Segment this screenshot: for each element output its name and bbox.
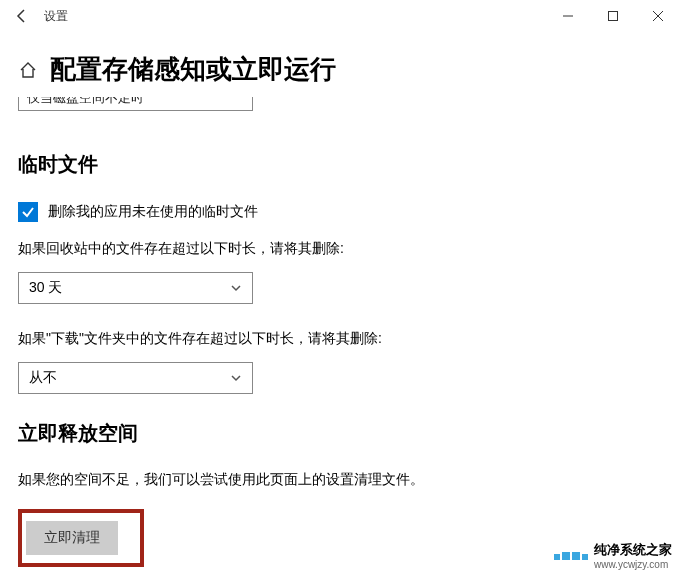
- delete-temp-label: 删除我的应用未在使用的临时文件: [48, 203, 258, 221]
- storage-sense-frequency-select[interactable]: 仅当磁盘空间不足时: [18, 97, 253, 111]
- chevron-down-icon: [230, 372, 242, 384]
- clean-now-highlight: 立即清理: [18, 509, 144, 567]
- watermark-sub: www.ycwjzy.com: [594, 559, 672, 570]
- storage-sense-frequency-value: 仅当磁盘空间不足时: [27, 97, 144, 107]
- check-icon: [21, 205, 35, 219]
- free-up-desc: 如果您的空间不足，我们可以尝试使用此页面上的设置清理文件。: [18, 471, 662, 489]
- close-button[interactable]: [635, 1, 680, 31]
- delete-temp-checkbox[interactable]: [18, 202, 38, 222]
- maximize-icon: [608, 11, 618, 21]
- recycle-bin-desc: 如果回收站中的文件存在超过以下时长，请将其删除:: [18, 240, 662, 258]
- minimize-icon: [563, 11, 573, 21]
- back-arrow-icon: [14, 8, 30, 24]
- delete-temp-checkbox-row: 删除我的应用未在使用的临时文件: [18, 202, 662, 222]
- page-title: 配置存储感知或立即运行: [50, 52, 336, 87]
- title-bar: 设置: [0, 0, 680, 32]
- recycle-bin-select[interactable]: 30 天: [18, 272, 253, 304]
- watermark-text: 纯净系统之家 www.ycwjzy.com: [594, 541, 672, 570]
- clean-now-button[interactable]: 立即清理: [26, 521, 118, 555]
- downloads-value: 从不: [29, 369, 57, 387]
- home-icon: [19, 61, 37, 79]
- watermark-main: 纯净系统之家: [594, 541, 672, 559]
- minimize-button[interactable]: [545, 1, 590, 31]
- downloads-desc: 如果"下载"文件夹中的文件存在超过以下时长，请将其删除:: [18, 330, 662, 348]
- maximize-button[interactable]: [590, 1, 635, 31]
- downloads-select[interactable]: 从不: [18, 362, 253, 394]
- content-area: 仅当磁盘空间不足时 临时文件 删除我的应用未在使用的临时文件 如果回收站中的文件…: [0, 97, 680, 580]
- page-header: 配置存储感知或立即运行: [0, 32, 680, 97]
- temp-files-heading: 临时文件: [18, 151, 662, 178]
- chevron-down-icon: [230, 282, 242, 294]
- back-button[interactable]: [8, 2, 36, 30]
- watermark: 纯净系统之家 www.ycwjzy.com: [554, 541, 672, 570]
- svg-rect-1: [608, 12, 617, 21]
- watermark-logo-icon: [554, 552, 588, 560]
- close-icon: [653, 11, 663, 21]
- free-up-heading: 立即释放空间: [18, 420, 662, 447]
- recycle-bin-value: 30 天: [29, 279, 62, 297]
- window-title: 设置: [44, 8, 68, 25]
- home-button[interactable]: [18, 60, 38, 80]
